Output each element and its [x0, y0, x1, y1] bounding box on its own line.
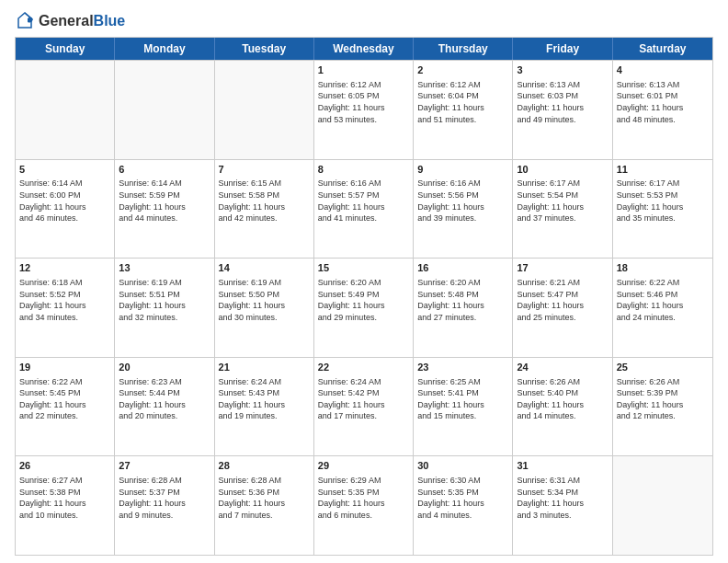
calendar-header: SundayMondayTuesdayWednesdayThursdayFrid…: [16, 38, 712, 60]
calendar: SundayMondayTuesdayWednesdayThursdayFrid…: [15, 37, 713, 556]
calendar-cell: 29Sunrise: 6:29 AM Sunset: 5:35 PM Dayli…: [314, 456, 414, 555]
calendar-cell: 7Sunrise: 6:15 AM Sunset: 5:58 PM Daylig…: [215, 160, 314, 259]
calendar-cell: 3Sunrise: 6:13 AM Sunset: 6:03 PM Daylig…: [513, 61, 612, 159]
calendar-cell: 11Sunrise: 6:17 AM Sunset: 5:53 PM Dayli…: [613, 160, 712, 259]
calendar-cell: 26Sunrise: 6:27 AM Sunset: 5:38 PM Dayli…: [16, 456, 115, 555]
day-number: 23: [417, 361, 508, 374]
day-number: 9: [417, 163, 508, 177]
cell-info: Sunrise: 6:14 AM Sunset: 5:59 PM Dayligh…: [119, 178, 210, 224]
cell-info: Sunrise: 6:23 AM Sunset: 5:44 PM Dayligh…: [119, 376, 210, 422]
day-number: 22: [318, 361, 409, 374]
page: GeneralBlue SundayMondayTuesdayWednesday…: [0, 0, 728, 563]
calendar-row: 5Sunrise: 6:14 AM Sunset: 6:00 PM Daylig…: [16, 159, 712, 259]
cell-info: Sunrise: 6:14 AM Sunset: 6:00 PM Dayligh…: [19, 178, 110, 224]
day-number: 15: [318, 261, 409, 275]
cell-info: Sunrise: 6:28 AM Sunset: 5:37 PM Dayligh…: [119, 475, 210, 521]
calendar-cell: 30Sunrise: 6:30 AM Sunset: 5:35 PM Dayli…: [414, 456, 513, 555]
cell-info: Sunrise: 6:12 AM Sunset: 6:04 PM Dayligh…: [417, 79, 508, 125]
day-number: 26: [19, 459, 110, 473]
logo-text: GeneralBlue: [39, 13, 125, 29]
calendar-cell: 10Sunrise: 6:17 AM Sunset: 5:54 PM Dayli…: [513, 160, 612, 259]
day-number: 19: [19, 361, 110, 374]
cell-info: Sunrise: 6:26 AM Sunset: 5:39 PM Dayligh…: [617, 376, 709, 422]
calendar-cell: 2Sunrise: 6:12 AM Sunset: 6:04 PM Daylig…: [414, 61, 513, 159]
calendar-cell: 15Sunrise: 6:20 AM Sunset: 5:49 PM Dayli…: [314, 259, 414, 357]
cell-info: Sunrise: 6:20 AM Sunset: 5:48 PM Dayligh…: [417, 277, 508, 323]
calendar-cell: 14Sunrise: 6:19 AM Sunset: 5:50 PM Dayli…: [215, 259, 314, 357]
cell-info: Sunrise: 6:30 AM Sunset: 5:35 PM Dayligh…: [417, 475, 508, 521]
calendar-cell: 20Sunrise: 6:23 AM Sunset: 5:44 PM Dayli…: [115, 358, 214, 456]
day-number: 5: [19, 163, 110, 177]
weekday-header: Friday: [513, 38, 612, 60]
day-number: 3: [517, 63, 608, 77]
day-number: 10: [517, 163, 608, 177]
calendar-row: 1Sunrise: 6:12 AM Sunset: 6:05 PM Daylig…: [16, 60, 712, 159]
calendar-cell: 4Sunrise: 6:13 AM Sunset: 6:01 PM Daylig…: [613, 61, 712, 159]
day-number: 7: [219, 163, 310, 177]
cell-info: Sunrise: 6:21 AM Sunset: 5:47 PM Dayligh…: [517, 277, 608, 323]
calendar-cell: [115, 61, 214, 159]
calendar-cell: 21Sunrise: 6:24 AM Sunset: 5:43 PM Dayli…: [215, 358, 314, 456]
calendar-cell: 24Sunrise: 6:26 AM Sunset: 5:40 PM Dayli…: [513, 358, 612, 456]
day-number: 18: [617, 261, 709, 275]
cell-info: Sunrise: 6:26 AM Sunset: 5:40 PM Dayligh…: [517, 376, 608, 422]
calendar-cell: 13Sunrise: 6:19 AM Sunset: 5:51 PM Dayli…: [115, 259, 214, 357]
day-number: 31: [517, 459, 608, 473]
cell-info: Sunrise: 6:17 AM Sunset: 5:54 PM Dayligh…: [517, 178, 608, 224]
cell-info: Sunrise: 6:28 AM Sunset: 5:36 PM Dayligh…: [219, 475, 310, 521]
cell-info: Sunrise: 6:15 AM Sunset: 5:58 PM Dayligh…: [219, 178, 310, 224]
day-number: 12: [19, 261, 110, 275]
calendar-cell: 8Sunrise: 6:16 AM Sunset: 5:57 PM Daylig…: [314, 160, 414, 259]
calendar-body: 1Sunrise: 6:12 AM Sunset: 6:05 PM Daylig…: [16, 60, 712, 555]
cell-info: Sunrise: 6:20 AM Sunset: 5:49 PM Dayligh…: [318, 277, 409, 323]
weekday-header: Monday: [115, 38, 214, 60]
cell-info: Sunrise: 6:16 AM Sunset: 5:57 PM Dayligh…: [318, 178, 409, 224]
logo: GeneralBlue: [15, 11, 125, 31]
calendar-cell: [613, 456, 712, 555]
logo-icon: [15, 11, 35, 31]
calendar-row: 19Sunrise: 6:22 AM Sunset: 5:45 PM Dayli…: [16, 357, 712, 456]
day-number: 21: [219, 361, 310, 374]
calendar-cell: 27Sunrise: 6:28 AM Sunset: 5:37 PM Dayli…: [115, 456, 214, 555]
cell-info: Sunrise: 6:18 AM Sunset: 5:52 PM Dayligh…: [19, 277, 110, 323]
day-number: 30: [417, 459, 508, 473]
calendar-cell: 28Sunrise: 6:28 AM Sunset: 5:36 PM Dayli…: [215, 456, 314, 555]
cell-info: Sunrise: 6:19 AM Sunset: 5:50 PM Dayligh…: [219, 277, 310, 323]
cell-info: Sunrise: 6:22 AM Sunset: 5:45 PM Dayligh…: [19, 376, 110, 422]
day-number: 20: [119, 361, 210, 374]
cell-info: Sunrise: 6:16 AM Sunset: 5:56 PM Dayligh…: [417, 178, 508, 224]
cell-info: Sunrise: 6:25 AM Sunset: 5:41 PM Dayligh…: [417, 376, 508, 422]
calendar-cell: 18Sunrise: 6:22 AM Sunset: 5:46 PM Dayli…: [613, 259, 712, 357]
calendar-cell: 5Sunrise: 6:14 AM Sunset: 6:00 PM Daylig…: [16, 160, 115, 259]
cell-info: Sunrise: 6:13 AM Sunset: 6:01 PM Dayligh…: [617, 79, 709, 125]
weekday-header: Wednesday: [314, 38, 414, 60]
header: GeneralBlue: [15, 11, 713, 31]
calendar-cell: [16, 61, 115, 159]
cell-info: Sunrise: 6:29 AM Sunset: 5:35 PM Dayligh…: [318, 475, 409, 521]
cell-info: Sunrise: 6:19 AM Sunset: 5:51 PM Dayligh…: [119, 277, 210, 323]
day-number: 14: [219, 261, 310, 275]
cell-info: Sunrise: 6:24 AM Sunset: 5:42 PM Dayligh…: [318, 376, 409, 422]
calendar-cell: 16Sunrise: 6:20 AM Sunset: 5:48 PM Dayli…: [414, 259, 513, 357]
day-number: 8: [318, 163, 409, 177]
calendar-cell: 6Sunrise: 6:14 AM Sunset: 5:59 PM Daylig…: [115, 160, 214, 259]
day-number: 16: [417, 261, 508, 275]
day-number: 11: [617, 163, 709, 177]
calendar-cell: [215, 61, 314, 159]
calendar-cell: 12Sunrise: 6:18 AM Sunset: 5:52 PM Dayli…: [16, 259, 115, 357]
calendar-cell: 1Sunrise: 6:12 AM Sunset: 6:05 PM Daylig…: [314, 61, 414, 159]
calendar-cell: 23Sunrise: 6:25 AM Sunset: 5:41 PM Dayli…: [414, 358, 513, 456]
cell-info: Sunrise: 6:22 AM Sunset: 5:46 PM Dayligh…: [617, 277, 709, 323]
day-number: 6: [119, 163, 210, 177]
day-number: 27: [119, 459, 210, 473]
weekday-header: Saturday: [613, 38, 712, 60]
day-number: 2: [417, 63, 508, 77]
day-number: 1: [318, 63, 409, 77]
day-number: 4: [617, 63, 709, 77]
calendar-cell: 25Sunrise: 6:26 AM Sunset: 5:39 PM Dayli…: [613, 358, 712, 456]
day-number: 13: [119, 261, 210, 275]
cell-info: Sunrise: 6:12 AM Sunset: 6:05 PM Dayligh…: [318, 79, 409, 125]
day-number: 17: [517, 261, 608, 275]
weekday-header: Sunday: [16, 38, 115, 60]
calendar-row: 26Sunrise: 6:27 AM Sunset: 5:38 PM Dayli…: [16, 455, 712, 555]
